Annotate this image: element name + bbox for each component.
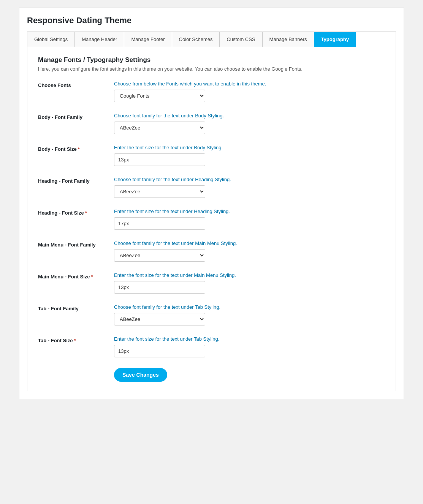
main-menu-font-family-label: Main Menu - Font Family [38, 240, 114, 248]
tab-custom-css[interactable]: Custom CSS [220, 32, 262, 47]
tab-manage-footer[interactable]: Manage Footer [124, 32, 172, 47]
tab-font-family-label: Tab - Font Family [38, 304, 114, 311]
tab-font-family-row: Tab - Font Family Choose font family for… [38, 304, 385, 325]
content-panel: Manage Fonts / Typography Settings Here,… [27, 47, 396, 391]
tab-font-family-hint: Choose font family for the text under Ta… [114, 304, 385, 310]
main-menu-font-family-field: Choose font family for the text under Ma… [114, 240, 385, 262]
choose-fonts-label: Choose Fonts [38, 81, 114, 88]
main-menu-font-size-row: Main Menu - Font Size* Enter the font si… [38, 272, 385, 294]
tabs-nav: Global Settings Manage Header Manage Foo… [27, 32, 396, 47]
tab-font-size-input[interactable] [114, 345, 205, 357]
choose-fonts-field: Choose from below the Fonts which you wa… [114, 81, 385, 102]
body-font-family-hint: Choose font family for the text under Bo… [114, 113, 385, 118]
app-title: Responsive Dating Theme [27, 16, 396, 25]
main-menu-font-family-select[interactable]: ABeeZee Arial Roboto Open Sans Lato [114, 249, 205, 262]
main-menu-font-size-hint: Enter the font size for the text under M… [114, 272, 385, 278]
tab-font-size-field: Enter the font size for the text under T… [114, 336, 385, 357]
body-font-size-input[interactable] [114, 153, 205, 166]
body-font-size-label: Body - Font Size* [38, 145, 114, 152]
save-row: Save Changes [114, 368, 385, 382]
body-font-size-field: Enter the font size for the text under B… [114, 145, 385, 166]
section-description: Here, you can configure the font setting… [38, 66, 385, 72]
body-font-family-field: Choose font family for the text under Bo… [114, 113, 385, 134]
heading-font-family-row: Heading - Font Family Choose font family… [38, 177, 385, 198]
tab-color-schemes[interactable]: Color Schemes [172, 32, 220, 47]
body-font-size-hint: Enter the font size for the text under B… [114, 145, 385, 150]
body-font-family-label: Body - Font Family [38, 113, 114, 120]
heading-font-family-hint: Choose font family for the text under He… [114, 177, 385, 182]
body-font-family-row: Body - Font Family Choose font family fo… [38, 113, 385, 134]
heading-font-size-input[interactable] [114, 217, 205, 230]
body-font-family-select[interactable]: ABeeZee Arial Roboto Open Sans Lato [114, 122, 205, 134]
tab-font-size-hint: Enter the font size for the text under T… [114, 336, 385, 342]
save-button[interactable]: Save Changes [114, 368, 167, 382]
main-menu-font-size-label: Main Menu - Font Size* [38, 272, 114, 280]
body-font-size-row: Body - Font Size* Enter the font size fo… [38, 145, 385, 166]
tab-typography[interactable]: Typography [314, 32, 356, 47]
heading-font-family-select[interactable]: ABeeZee Arial Roboto Open Sans Lato [114, 185, 205, 198]
heading-font-size-hint: Enter the font size for the text under H… [114, 209, 385, 214]
tab-font-family-field: Choose font family for the text under Ta… [114, 304, 385, 325]
main-menu-font-size-required: * [91, 274, 93, 280]
tab-manage-banners[interactable]: Manage Banners [263, 32, 314, 47]
heading-font-family-label: Heading - Font Family [38, 177, 114, 184]
tab-global-settings[interactable]: Global Settings [27, 32, 75, 47]
heading-font-size-field: Enter the font size for the text under H… [114, 209, 385, 230]
main-menu-font-size-field: Enter the font size for the text under M… [114, 272, 385, 294]
heading-font-size-label: Heading - Font Size* [38, 209, 114, 216]
main-menu-font-size-input[interactable] [114, 281, 205, 294]
tab-font-family-select[interactable]: ABeeZee Arial Roboto Open Sans Lato [114, 313, 205, 325]
tab-font-size-label: Tab - Font Size* [38, 336, 114, 343]
tab-font-size-row: Tab - Font Size* Enter the font size for… [38, 336, 385, 357]
heading-font-family-field: Choose font family for the text under He… [114, 177, 385, 198]
tab-manage-header[interactable]: Manage Header [75, 32, 124, 47]
choose-fonts-row: Choose Fonts Choose from below the Fonts… [38, 81, 385, 102]
heading-font-size-required: * [85, 210, 87, 216]
choose-fonts-select[interactable]: Google Fonts System Fonts Custom Fonts [114, 90, 205, 102]
page-wrapper: Responsive Dating Theme Global Settings … [19, 8, 404, 399]
heading-font-size-row: Heading - Font Size* Enter the font size… [38, 209, 385, 230]
tab-font-size-required: * [74, 338, 76, 343]
main-menu-font-family-row: Main Menu - Font Family Choose font fami… [38, 240, 385, 262]
choose-fonts-hint: Choose from below the Fonts which you wa… [114, 81, 385, 87]
body-font-size-required: * [78, 146, 80, 152]
main-menu-font-family-hint: Choose font family for the text under Ma… [114, 240, 385, 246]
section-title: Manage Fonts / Typography Settings [38, 56, 385, 64]
